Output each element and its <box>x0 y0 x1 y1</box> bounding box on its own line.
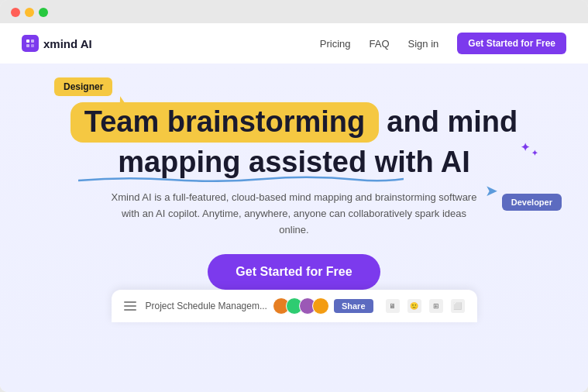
share-button[interactable]: Share <box>334 299 373 313</box>
nav-link-pricing[interactable]: Pricing <box>320 38 351 50</box>
sparkle-icon-2: ✦ <box>531 149 538 158</box>
avatar-4 <box>312 297 329 315</box>
hero-cta-button[interactable]: Get Started for Free <box>208 254 380 290</box>
underline-decoration <box>78 176 404 182</box>
developer-badge: Developer <box>502 194 562 211</box>
browser-content: xmind AI Pricing FAQ Sign in Get Started… <box>0 23 588 392</box>
nav-link-faq[interactable]: FAQ <box>370 38 390 50</box>
nav-cta-button[interactable]: Get Started for Free <box>457 33 566 54</box>
browser-window: xmind AI Pricing FAQ Sign in Get Started… <box>0 0 588 392</box>
traffic-lights <box>11 8 48 17</box>
xmind-logo-icon <box>22 35 39 52</box>
layout-icon[interactable]: ⬜ <box>451 299 465 313</box>
grid-icon[interactable]: ⊞ <box>429 299 443 313</box>
card-title: Project Schedule Managem... <box>146 301 267 311</box>
hero-headline: Team brainstorming and mind mapping assi… <box>70 102 518 179</box>
headline-rest-line1: and mind <box>387 105 518 139</box>
svg-rect-3 <box>31 44 34 47</box>
sparkle-icon-1: ✦ <box>521 141 530 153</box>
nav-logo: xmind AI <box>22 35 92 52</box>
svg-rect-2 <box>26 44 29 47</box>
designer-badge: Designer <box>54 77 112 96</box>
card-action-icons: 🖥 🙂 ⊞ ⬜ <box>386 299 465 313</box>
nav-link-signin[interactable]: Sign in <box>408 38 439 50</box>
traffic-light-green[interactable] <box>39 8 48 17</box>
developer-arrow-icon: ➤ <box>485 181 498 200</box>
svg-rect-0 <box>26 40 29 43</box>
monitor-icon[interactable]: 🖥 <box>386 299 400 313</box>
menu-icon[interactable] <box>124 301 136 311</box>
traffic-light-yellow[interactable] <box>25 8 34 17</box>
navbar: xmind AI Pricing FAQ Sign in Get Started… <box>0 23 588 64</box>
hero-section: Designer ➤ Developer ➤ Team brainstormin… <box>0 64 588 392</box>
svg-rect-1 <box>31 40 34 43</box>
hero-subtitle: Xmind AI is a full-featured, cloud-based… <box>108 190 480 238</box>
nav-links: Pricing FAQ Sign in Get Started for Free <box>320 33 566 54</box>
headline-line1: Team brainstorming and mind <box>70 102 518 143</box>
card-avatars: Share <box>277 297 373 315</box>
smile-icon[interactable]: 🙂 <box>407 299 421 313</box>
traffic-light-red[interactable] <box>11 8 20 17</box>
logo-text: xmind AI <box>43 37 92 50</box>
bottom-card-preview: Project Schedule Managem... Share 🖥 🙂 ⊞ … <box>112 290 477 322</box>
headline-line2: mapping assisted with AI ✦ ✦ <box>70 146 518 180</box>
browser-chrome <box>0 0 588 23</box>
